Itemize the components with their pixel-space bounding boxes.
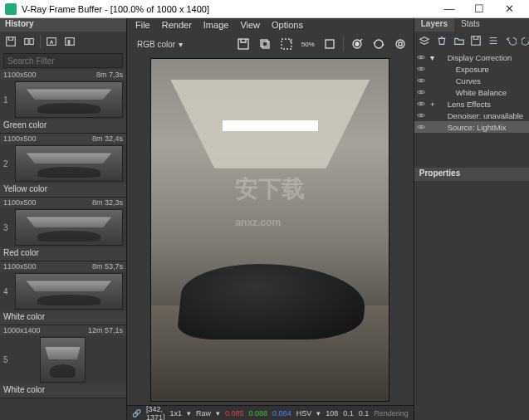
expand-icon[interactable]: + bbox=[429, 100, 436, 109]
status-zoom[interactable]: 1x1 bbox=[170, 409, 183, 418]
status-hsv-h: 108 bbox=[326, 409, 338, 418]
render-stop-icon[interactable] bbox=[392, 36, 409, 52]
history-thumbnail[interactable] bbox=[40, 337, 86, 383]
follow-mouse-icon[interactable] bbox=[321, 36, 338, 52]
menu-icon[interactable] bbox=[487, 33, 501, 48]
history-toolbar bbox=[0, 32, 126, 51]
history-header: History bbox=[0, 18, 126, 32]
history-index: 5 bbox=[3, 355, 12, 364]
chevron-down-icon[interactable]: ▾ bbox=[316, 409, 321, 418]
status-coord: [342, 1371] bbox=[146, 405, 165, 421]
channel-dropdown[interactable]: RGB color ▾ bbox=[132, 39, 188, 50]
menu-file[interactable]: File bbox=[135, 20, 150, 32]
status-g: 0.088 bbox=[249, 409, 268, 418]
history-item[interactable]: 1100x5008m 32,3s 3 Red color bbox=[0, 198, 126, 261]
svg-rect-1 bbox=[25, 39, 28, 45]
history-save-icon[interactable] bbox=[3, 34, 18, 49]
history-thumbnail[interactable] bbox=[15, 273, 123, 310]
layer-row-source[interactable]: Source: LightMix bbox=[414, 121, 529, 133]
layer-row-exposure[interactable]: Exposure bbox=[414, 63, 529, 75]
save-icon[interactable] bbox=[469, 33, 483, 48]
properties-header: Properties bbox=[414, 168, 529, 181]
svg-point-20 bbox=[420, 126, 422, 128]
link-icon[interactable]: 🔗 bbox=[132, 409, 141, 418]
chevron-down-icon[interactable]: ▾ bbox=[216, 409, 220, 418]
history-item[interactable]: 1100x5008m 53,7s 4 White color bbox=[0, 261, 126, 325]
history-ab-icon[interactable] bbox=[22, 34, 37, 49]
svg-rect-5 bbox=[238, 39, 248, 49]
svg-point-17 bbox=[420, 91, 422, 93]
menu-view[interactable]: View bbox=[240, 20, 260, 32]
history-thumbnail[interactable] bbox=[15, 209, 123, 246]
history-load-b-icon[interactable] bbox=[62, 34, 77, 49]
menu-image[interactable]: Image bbox=[203, 20, 229, 32]
status-hsv-label[interactable]: HSV bbox=[296, 409, 312, 418]
delete-layer-icon[interactable] bbox=[434, 33, 448, 48]
channel-label: RGB color bbox=[137, 40, 175, 49]
tab-stats[interactable]: Stats bbox=[454, 18, 487, 32]
undo-icon[interactable] bbox=[503, 33, 517, 48]
window-close-button[interactable]: ✕ bbox=[494, 2, 524, 15]
svg-point-18 bbox=[420, 103, 422, 105]
history-item[interactable]: 1000x140012m 57,1s 5 White color bbox=[0, 325, 126, 398]
layer-label: Source: LightMix bbox=[448, 123, 507, 132]
menu-render[interactable]: Render bbox=[162, 20, 192, 32]
menubar: File Render Image View Options bbox=[127, 18, 414, 33]
window-minimize-button[interactable]: — bbox=[434, 2, 464, 15]
layer-row-white-balance[interactable]: White Balance bbox=[414, 86, 529, 98]
history-time: 8m 32,4s bbox=[92, 134, 123, 143]
status-render-label: Rendering bbox=[374, 409, 409, 418]
layer-row-denoiser[interactable]: Denoiser: unavailable bbox=[414, 110, 529, 121]
svg-point-14 bbox=[420, 56, 422, 58]
eye-icon[interactable] bbox=[416, 122, 426, 132]
history-thumbnail[interactable] bbox=[15, 81, 123, 118]
folder-icon[interactable] bbox=[452, 33, 466, 48]
render-start-icon[interactable] bbox=[349, 36, 365, 52]
region-render-icon[interactable] bbox=[278, 36, 295, 52]
history-item[interactable]: 1100x5008m 7,3s 1 Green color bbox=[0, 70, 126, 134]
center-panel: File Render Image View Options RGB color… bbox=[127, 18, 414, 420]
window-maximize-button[interactable]: ☐ bbox=[464, 2, 494, 15]
layers-toolbar bbox=[414, 32, 529, 50]
eye-icon[interactable] bbox=[416, 76, 426, 85]
layer-row-curves[interactable]: Curves bbox=[414, 75, 529, 86]
layer-row-lens-effects[interactable]: + Lens Effects bbox=[414, 98, 529, 110]
history-label: White color bbox=[0, 311, 126, 325]
save-image-icon[interactable] bbox=[235, 36, 252, 52]
svg-rect-6 bbox=[261, 40, 267, 46]
history-res: 1000x1400 bbox=[3, 326, 41, 335]
history-index: 3 bbox=[3, 223, 12, 232]
scale-button[interactable]: 50% bbox=[300, 36, 316, 52]
eye-icon[interactable] bbox=[416, 87, 426, 97]
tab-layers[interactable]: Layers bbox=[414, 18, 454, 32]
history-time: 8m 7,3s bbox=[96, 71, 123, 79]
app-icon bbox=[5, 3, 17, 15]
eye-icon[interactable] bbox=[416, 99, 426, 109]
render-viewport[interactable]: 安下载anxz.com bbox=[127, 55, 414, 405]
layer-row-display-correction[interactable]: ▾ Display Correction bbox=[414, 51, 529, 63]
history-load-a-icon[interactable] bbox=[44, 34, 59, 49]
layer-label: Curves bbox=[456, 76, 481, 85]
history-thumbnail[interactable] bbox=[15, 145, 123, 182]
history-label: Yellow color bbox=[0, 183, 126, 197]
layer-label: Denoiser: unavailable bbox=[448, 111, 523, 120]
titlebar: V-Ray Frame Buffer - [100.0% of 1000 x 1… bbox=[0, 0, 529, 18]
history-item[interactable]: 1100x5008m 32,4s 2 Yellow color bbox=[0, 134, 126, 198]
eye-icon[interactable] bbox=[416, 110, 426, 120]
add-layer-icon[interactable] bbox=[418, 33, 432, 48]
layer-label: White Balance bbox=[456, 88, 507, 97]
svg-rect-2 bbox=[30, 39, 33, 45]
svg-rect-0 bbox=[7, 37, 16, 46]
expand-icon[interactable]: ▾ bbox=[429, 53, 436, 62]
menu-options[interactable]: Options bbox=[272, 20, 303, 32]
eye-icon[interactable] bbox=[416, 64, 426, 74]
status-mode[interactable]: Raw bbox=[196, 409, 211, 418]
history-search-input[interactable]: Search Filter bbox=[3, 53, 123, 68]
history-list[interactable]: 1100x5008m 7,3s 1 Green color 1100x5008m… bbox=[0, 70, 126, 420]
copy-image-icon[interactable] bbox=[257, 36, 273, 52]
eye-icon[interactable] bbox=[416, 52, 426, 62]
chevron-down-icon[interactable]: ▾ bbox=[187, 409, 191, 418]
render-image: 安下载anxz.com bbox=[150, 58, 389, 402]
redo-icon[interactable] bbox=[521, 33, 529, 48]
render-interactive-icon[interactable] bbox=[370, 36, 387, 52]
